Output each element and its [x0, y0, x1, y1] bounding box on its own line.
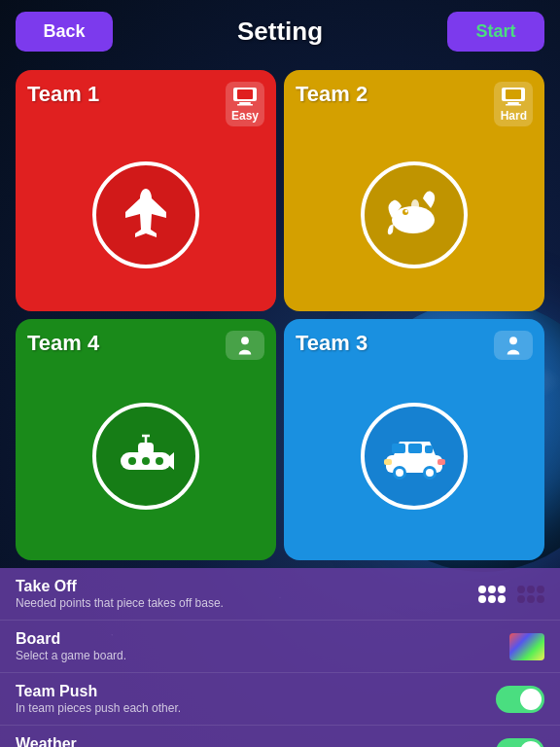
- svg-rect-5: [506, 89, 521, 99]
- svg-rect-1: [237, 89, 253, 99]
- svg-point-28: [426, 469, 434, 477]
- dots-dark-icon: [517, 586, 544, 603]
- weather-toggle[interactable]: [496, 738, 544, 748]
- svg-point-10: [405, 210, 408, 213]
- team-card-team4[interactable]: Team 4: [16, 319, 276, 560]
- team-card-team1[interactable]: Team 1 Easy: [16, 70, 276, 311]
- team4-circle: [92, 403, 199, 510]
- take-off-desc: Needed points that piece takes off base.: [16, 596, 478, 610]
- setting-take-off[interactable]: Take Off Needed points that piece takes …: [0, 568, 560, 621]
- svg-rect-3: [237, 104, 253, 106]
- svg-point-8: [392, 206, 435, 233]
- page-title: Setting: [237, 17, 323, 47]
- team4-emblem: [27, 364, 264, 549]
- team3-header: Team 3: [296, 331, 533, 360]
- team2-difficulty: Hard: [501, 109, 527, 123]
- settings-list: Take Off Needed points that piece takes …: [0, 568, 560, 747]
- team-card-team2[interactable]: Team 2 Hard: [284, 70, 544, 311]
- team1-circle: [92, 161, 199, 268]
- header: Back Setting Start: [0, 0, 560, 62]
- svg-point-19: [156, 457, 163, 465]
- svg-rect-7: [506, 104, 521, 106]
- team3-emblem: [296, 364, 533, 549]
- team3-circle: [361, 403, 468, 510]
- computer-icon-2: [500, 86, 527, 107]
- board-icon: [509, 633, 544, 660]
- dots-white-icon: [478, 586, 506, 603]
- team4-name: Team 4: [27, 331, 99, 356]
- svg-rect-24: [425, 445, 433, 453]
- board-control: [509, 633, 544, 660]
- team4-header: Team 4: [27, 331, 264, 360]
- board-title: Board: [16, 630, 509, 648]
- start-button[interactable]: Start: [447, 12, 544, 52]
- team1-icon-button[interactable]: Easy: [226, 82, 264, 126]
- svg-rect-30: [438, 459, 445, 465]
- take-off-title: Take Off: [16, 578, 478, 595]
- board-desc: Select a game board.: [16, 649, 509, 662]
- computer-icon: [231, 86, 259, 107]
- svg-point-18: [142, 457, 150, 465]
- svg-rect-29: [384, 459, 392, 465]
- team3-name: Team 3: [296, 331, 368, 356]
- take-off-control: [478, 586, 544, 603]
- whale-icon: [380, 181, 448, 249]
- team3-icon-button[interactable]: [494, 331, 533, 360]
- team2-circle: [361, 161, 468, 268]
- svg-point-17: [128, 457, 136, 465]
- car-icon: [378, 420, 451, 493]
- svg-rect-23: [408, 444, 422, 453]
- team1-emblem: [27, 130, 264, 300]
- board-text: Board Select a game board.: [16, 630, 509, 662]
- svg-rect-14: [138, 443, 154, 454]
- weather-title: Weather: [16, 735, 496, 747]
- setting-board[interactable]: Board Select a game board.: [0, 621, 560, 673]
- team1-name: Team 1: [27, 82, 99, 107]
- svg-rect-2: [239, 102, 251, 104]
- team1-header: Team 1 Easy: [27, 82, 264, 126]
- setting-weather[interactable]: Weather Tornado and Rainstorm.: [0, 726, 560, 747]
- person-icon-team4: [231, 335, 259, 356]
- teams-grid: Team 1 Easy: [0, 62, 560, 568]
- team-push-control: [496, 686, 544, 713]
- team-push-desc: In team pieces push each other.: [16, 701, 496, 715]
- team-card-team3[interactable]: Team 3: [284, 319, 544, 560]
- svg-point-11: [411, 199, 419, 211]
- team-push-toggle[interactable]: [496, 686, 544, 713]
- svg-rect-22: [392, 444, 405, 453]
- svg-rect-6: [508, 102, 519, 104]
- team4-icon-button[interactable]: [226, 331, 264, 360]
- team1-difficulty: Easy: [231, 109, 259, 123]
- team-push-text: Team Push In team pieces push each other…: [16, 683, 496, 715]
- submarine-icon: [111, 421, 181, 491]
- team2-emblem: [296, 130, 533, 300]
- svg-point-20: [509, 337, 517, 344]
- team2-icon-button[interactable]: Hard: [494, 82, 533, 126]
- svg-point-26: [396, 469, 403, 477]
- team-push-title: Team Push: [16, 683, 496, 700]
- airplane-icon: [112, 181, 180, 249]
- person-icon-team3: [500, 335, 527, 356]
- team2-name: Team 2: [296, 82, 368, 107]
- weather-text: Weather Tornado and Rainstorm.: [16, 735, 496, 747]
- take-off-text: Take Off Needed points that piece takes …: [16, 578, 478, 610]
- back-button[interactable]: Back: [16, 12, 113, 52]
- team2-header: Team 2 Hard: [296, 82, 533, 126]
- setting-team-push[interactable]: Team Push In team pieces push each other…: [0, 673, 560, 726]
- weather-control: [496, 738, 544, 748]
- svg-point-12: [241, 337, 249, 344]
